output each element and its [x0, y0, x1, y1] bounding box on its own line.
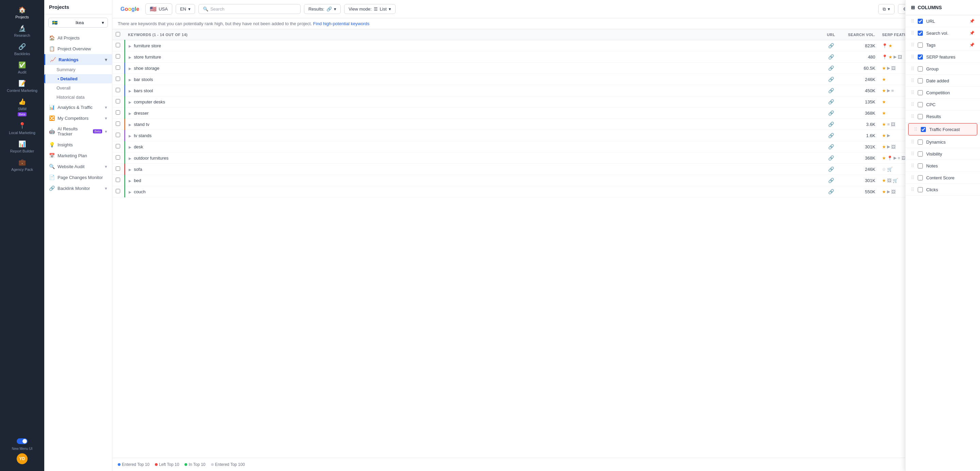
row-checkbox[interactable]	[116, 189, 120, 193]
drag-handle-icon[interactable]: ⠿	[911, 102, 914, 107]
url-cell[interactable]: 🔗	[817, 153, 845, 164]
expand-icon[interactable]: ▶	[129, 190, 131, 194]
row-checkbox[interactable]	[116, 54, 120, 59]
url-cell[interactable]: 🔗	[817, 141, 845, 153]
nav-item-rankings[interactable]: 📈 Rankings ▾	[44, 54, 112, 65]
row-checkbox-cell[interactable]	[112, 186, 124, 197]
row-checkbox[interactable]	[116, 43, 120, 47]
row-checkbox[interactable]	[116, 155, 120, 160]
url-link-icon[interactable]: 🔗	[828, 189, 834, 194]
row-checkbox[interactable]	[116, 121, 120, 126]
column-checkbox[interactable]	[918, 43, 923, 48]
sidebar-item-research[interactable]: 🔬 Research	[0, 22, 44, 40]
nav-item-overview[interactable]: 📋 Project Overview	[44, 43, 112, 54]
url-link-icon[interactable]: 🔗	[828, 166, 834, 172]
header-search-vol[interactable]: SEARCH VOL.	[845, 29, 878, 40]
row-checkbox-cell[interactable]	[112, 153, 124, 164]
drag-handle-icon[interactable]: ⠿	[911, 66, 914, 72]
drag-handle-icon[interactable]: ⠿	[911, 175, 914, 180]
url-cell[interactable]: 🔗	[817, 175, 845, 186]
url-cell[interactable]: 🔗	[817, 96, 845, 108]
url-cell[interactable]: 🔗	[817, 164, 845, 175]
drag-handle-icon[interactable]: ⠿	[911, 114, 914, 119]
url-link-icon[interactable]: 🔗	[828, 54, 834, 60]
url-link-icon[interactable]: 🔗	[828, 178, 834, 183]
drag-handle-icon[interactable]: ⠿	[911, 78, 914, 83]
row-checkbox-cell[interactable]	[112, 74, 124, 85]
expand-icon[interactable]: ▶	[129, 179, 131, 183]
row-checkbox[interactable]	[116, 99, 120, 103]
expand-icon[interactable]: ▶	[129, 89, 131, 93]
nav-item-website-audit[interactable]: 🔍 Website Audit ▾	[44, 161, 112, 172]
expand-icon[interactable]: ▶	[129, 78, 131, 82]
expand-icon[interactable]: ▶	[129, 100, 131, 104]
row-checkbox[interactable]	[116, 76, 120, 81]
url-link-icon[interactable]: 🔗	[828, 99, 834, 105]
column-checkbox[interactable]	[918, 31, 923, 36]
row-checkbox[interactable]	[116, 88, 120, 92]
drag-handle-icon[interactable]: ⠿	[911, 139, 914, 145]
column-checkbox[interactable]	[918, 187, 923, 192]
expand-icon[interactable]: ▶	[129, 123, 131, 127]
row-checkbox-cell[interactable]	[112, 164, 124, 175]
url-cell[interactable]: 🔗	[817, 85, 845, 96]
keyword-search[interactable]: 🔍 Search	[199, 4, 301, 14]
nav-item-competitors[interactable]: 🔀 My Competitors ▾	[44, 113, 112, 124]
url-cell[interactable]: 🔗	[817, 108, 845, 119]
expand-icon[interactable]: ▶	[129, 156, 131, 160]
url-cell[interactable]: 🔗	[817, 51, 845, 63]
row-checkbox-cell[interactable]	[112, 85, 124, 96]
column-checkbox[interactable]	[918, 140, 923, 145]
select-all-checkbox[interactable]	[116, 32, 120, 37]
url-cell[interactable]: 🔗	[817, 40, 845, 51]
expand-icon[interactable]: ▶	[129, 134, 131, 138]
high-potential-link[interactable]: Find high-potential keywords	[313, 21, 369, 26]
column-checkbox[interactable]	[918, 114, 923, 119]
sidebar-item-local[interactable]: 📍 Local Marketing	[0, 119, 44, 137]
drag-handle-icon[interactable]: ⠿	[911, 42, 914, 48]
new-menu-toggle[interactable]	[17, 438, 27, 444]
url-cell[interactable]: 🔗	[817, 63, 845, 74]
row-checkbox-cell[interactable]	[112, 141, 124, 153]
expand-icon[interactable]: ▶	[129, 56, 131, 59]
sidebar-item-audit[interactable]: ✅ Audit	[0, 59, 44, 77]
column-checkbox[interactable]	[918, 78, 923, 83]
nav-item-ai-tracker[interactable]: 🤖 AI Results Tracker Beta ▾	[44, 124, 112, 139]
pin-icon[interactable]: 📌	[969, 19, 975, 24]
url-link-icon[interactable]: 🔗	[828, 121, 834, 127]
column-checkbox[interactable]	[918, 66, 923, 72]
user-avatar[interactable]: YD	[17, 453, 27, 464]
url-link-icon[interactable]: 🔗	[828, 43, 834, 48]
header-url[interactable]: URL	[817, 29, 845, 40]
url-cell[interactable]: 🔗	[817, 186, 845, 197]
sidebar-item-backlinks[interactable]: 🔗 Backlinks	[0, 40, 44, 59]
row-checkbox[interactable]	[116, 110, 120, 115]
view-mode-selector[interactable]: View mode: ☰ List ▾	[344, 4, 396, 14]
sidebar-item-projects[interactable]: 🏠 Projects	[0, 3, 44, 22]
url-link-icon[interactable]: 🔗	[828, 144, 834, 150]
nav-sub-historical[interactable]: Historical data	[44, 92, 112, 102]
pin-icon[interactable]: 📌	[969, 43, 975, 47]
header-checkbox[interactable]	[112, 29, 124, 40]
header-keyword[interactable]: KEYWORDS (1 - 14 OUT OF 14)	[124, 29, 817, 40]
expand-icon[interactable]: ▶	[129, 145, 131, 149]
expand-icon[interactable]: ▶	[129, 67, 131, 70]
drag-handle-icon[interactable]: ⠿	[911, 187, 914, 192]
url-link-icon[interactable]: 🔗	[828, 155, 834, 161]
sidebar-item-agency[interactable]: 💼 Agency Pack	[0, 156, 44, 174]
row-checkbox[interactable]	[116, 133, 120, 137]
row-checkbox-cell[interactable]	[112, 175, 124, 186]
expand-icon[interactable]: ▶	[129, 44, 131, 48]
row-checkbox[interactable]	[116, 144, 120, 148]
url-link-icon[interactable]: 🔗	[828, 65, 834, 71]
nav-item-backlink-monitor[interactable]: 🔗 Backlink Monitor ▾	[44, 183, 112, 194]
row-checkbox-cell[interactable]	[112, 63, 124, 74]
url-link-icon[interactable]: 🔗	[828, 88, 834, 93]
column-checkbox[interactable]	[918, 54, 923, 60]
drag-handle-icon[interactable]: ⠿	[911, 90, 914, 95]
drag-handle-icon[interactable]: ⠿	[914, 127, 917, 132]
row-checkbox-cell[interactable]	[112, 51, 124, 63]
column-checkbox[interactable]	[918, 102, 923, 107]
column-checkbox[interactable]	[918, 175, 923, 180]
language-selector[interactable]: EN ▾	[176, 4, 195, 14]
